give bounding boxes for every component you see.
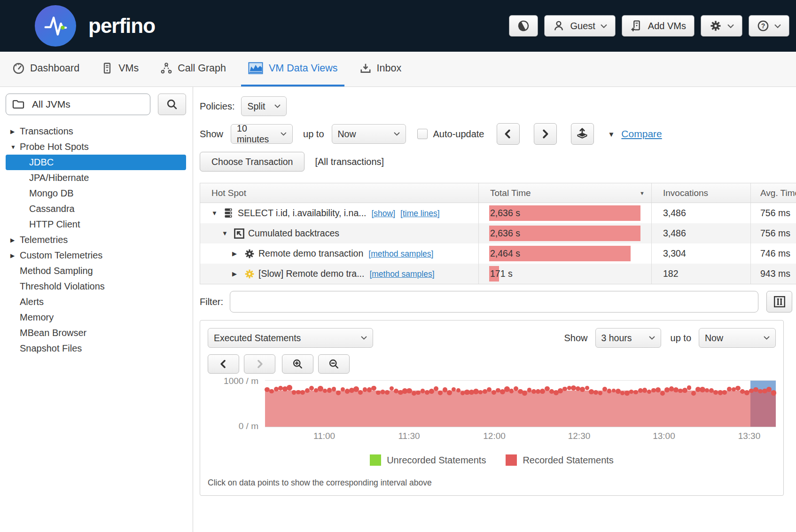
data-point[interactable] <box>296 390 300 394</box>
column-header-total-time[interactable]: Total Time ▼ <box>478 183 651 203</box>
sidebar-item-probe-hot-spots[interactable]: ▼Probe Hot Spots <box>6 139 186 155</box>
filter-input[interactable] <box>230 291 758 313</box>
hotspot-row-cumulated-backtraces[interactable]: ▼Cumulated backtraces2,636 s3,486756 ms <box>200 223 796 243</box>
data-point[interactable] <box>265 387 270 392</box>
data-point[interactable] <box>292 390 297 395</box>
expanded-arrow-icon[interactable]: ▼ <box>10 144 20 150</box>
auto-update-checkbox[interactable] <box>417 129 428 139</box>
data-point[interactable] <box>381 390 385 394</box>
sidebar-item-jpa-hibernate[interactable]: JPA/Hibernate <box>6 170 186 186</box>
data-point[interactable] <box>691 391 696 396</box>
data-point[interactable] <box>633 390 638 395</box>
data-point[interactable] <box>287 385 292 390</box>
settings-menu-button[interactable] <box>701 15 742 37</box>
data-point[interactable] <box>727 387 732 391</box>
data-point[interactable] <box>687 385 692 390</box>
column-header-invocations[interactable]: Invocations <box>651 183 750 203</box>
choose-transaction-button[interactable]: Choose Transaction <box>200 152 304 172</box>
data-point[interactable] <box>412 391 416 396</box>
collapsed-arrow-icon[interactable]: ▶ <box>232 250 243 257</box>
sidebar-item-mbean-browser[interactable]: MBean Browser <box>6 325 186 341</box>
data-point[interactable] <box>673 387 679 392</box>
show-link[interactable]: [show] <box>371 209 395 218</box>
method-samples-link[interactable]: [method samples] <box>368 249 433 258</box>
data-point[interactable] <box>332 387 336 391</box>
collapsed-arrow-icon[interactable]: ▶ <box>10 237 20 243</box>
sidebar-item-snapshot-files[interactable]: Snapshot Files <box>6 341 186 356</box>
sidebar-item-mongo-db[interactable]: Mongo DB <box>6 186 186 201</box>
back-interval-button[interactable] <box>497 123 520 145</box>
collapsed-arrow-icon[interactable]: ▶ <box>10 128 20 135</box>
data-point[interactable] <box>336 391 341 395</box>
tab-dashboard[interactable]: Dashboard <box>6 52 86 86</box>
chart-back-button[interactable] <box>208 354 239 374</box>
zoom-out-icon[interactable] <box>318 354 350 374</box>
data-point[interactable] <box>327 388 332 393</box>
hotspot-row-remote-demo-transaction[interactable]: ▶Remote demo transaction[method samples]… <box>200 243 796 264</box>
data-point[interactable] <box>527 388 532 392</box>
sidebar-item-custom-telemetries[interactable]: ▶Custom Telemetries <box>6 248 186 263</box>
data-point[interactable] <box>487 387 492 392</box>
forward-interval-button[interactable] <box>534 123 557 145</box>
data-point[interactable] <box>363 387 367 391</box>
expanded-arrow-icon[interactable]: ▼ <box>222 230 233 237</box>
hotspot-row-slow-remote-demo-tra[interactable]: ▶[Slow] Remote demo tra...[method sample… <box>200 264 796 284</box>
data-point[interactable] <box>647 390 651 394</box>
method-samples-link[interactable]: [method samples] <box>369 269 434 279</box>
search-button[interactable] <box>158 94 186 115</box>
data-point[interactable] <box>509 389 514 393</box>
tab-call-graph[interactable]: Call Graph <box>154 52 233 86</box>
upto-select[interactable]: Now <box>332 124 406 144</box>
column-header-avg-time[interactable]: Avg. Time <box>750 183 796 203</box>
data-point[interactable] <box>473 389 479 394</box>
sidebar-item-method-sampling[interactable]: Method Sampling <box>6 263 186 279</box>
data-point[interactable] <box>390 386 394 391</box>
data-point[interactable] <box>549 389 554 394</box>
tab-inbox[interactable]: Inbox <box>353 52 408 86</box>
guest-menu-button[interactable]: Guest <box>544 15 615 37</box>
sidebar-item-telemetries[interactable]: ▶Telemetries <box>6 232 186 248</box>
filter-columns-button[interactable] <box>766 291 792 313</box>
sidebar-item-cassandra[interactable]: Cassandra <box>6 201 186 217</box>
policies-select[interactable]: Split <box>241 96 287 116</box>
collapsed-arrow-icon[interactable]: ▶ <box>10 252 20 259</box>
metric-select[interactable]: Executed Statements <box>208 328 373 348</box>
data-point[interactable] <box>376 391 380 395</box>
sidebar-item-threshold-violations[interactable]: Threshold Violations <box>6 279 186 294</box>
zoom-in-icon[interactable] <box>282 354 313 374</box>
jvm-scope-field[interactable] <box>6 94 150 115</box>
data-point[interactable] <box>434 386 438 391</box>
data-point[interactable] <box>452 387 456 391</box>
data-point[interactable] <box>300 390 305 395</box>
hotspot-row-select-i-id-i-availability-i-n[interactable]: ▼SELECT i.id, i.availability, i.na...[sh… <box>200 203 796 223</box>
panel-upto-select[interactable]: Now <box>699 328 776 348</box>
collapsed-arrow-icon[interactable]: ▶ <box>232 270 243 277</box>
data-point[interactable] <box>371 386 376 391</box>
sidebar-item-jdbc[interactable]: JDBC <box>6 155 186 170</box>
time-range-select[interactable]: 10 minutes <box>231 124 293 144</box>
sidebar-item-http-client[interactable]: HTTP Client <box>6 217 186 232</box>
column-header-hot-spot[interactable]: Hot Spot <box>200 183 478 203</box>
chart-forward-button[interactable] <box>244 354 275 374</box>
tab-vms[interactable]: VMs <box>94 52 145 86</box>
data-point[interactable] <box>624 391 630 396</box>
data-point[interactable] <box>545 386 550 391</box>
sidebar-item-alerts[interactable]: Alerts <box>6 294 186 310</box>
chart-plot-area[interactable] <box>265 380 776 427</box>
export-button[interactable] <box>571 123 594 145</box>
data-point[interactable] <box>492 390 496 395</box>
compare-expander-icon[interactable]: ▼ <box>608 130 615 138</box>
data-point[interactable] <box>447 390 453 396</box>
tab-vm-data-views[interactable]: VM Data Views <box>241 52 344 86</box>
contrast-toggle-button[interactable] <box>509 15 538 37</box>
jvm-scope-input[interactable] <box>31 98 144 110</box>
data-point[interactable] <box>682 388 687 393</box>
data-point[interactable] <box>607 389 612 393</box>
data-point[interactable] <box>478 390 483 394</box>
sidebar-item-transactions[interactable]: ▶Transactions <box>6 124 186 139</box>
sidebar-item-memory[interactable]: Memory <box>6 310 186 325</box>
expanded-arrow-icon[interactable]: ▼ <box>211 210 223 217</box>
data-point[interactable] <box>456 388 460 392</box>
data-point[interactable] <box>562 387 567 391</box>
compare-link[interactable]: Compare <box>621 128 662 140</box>
